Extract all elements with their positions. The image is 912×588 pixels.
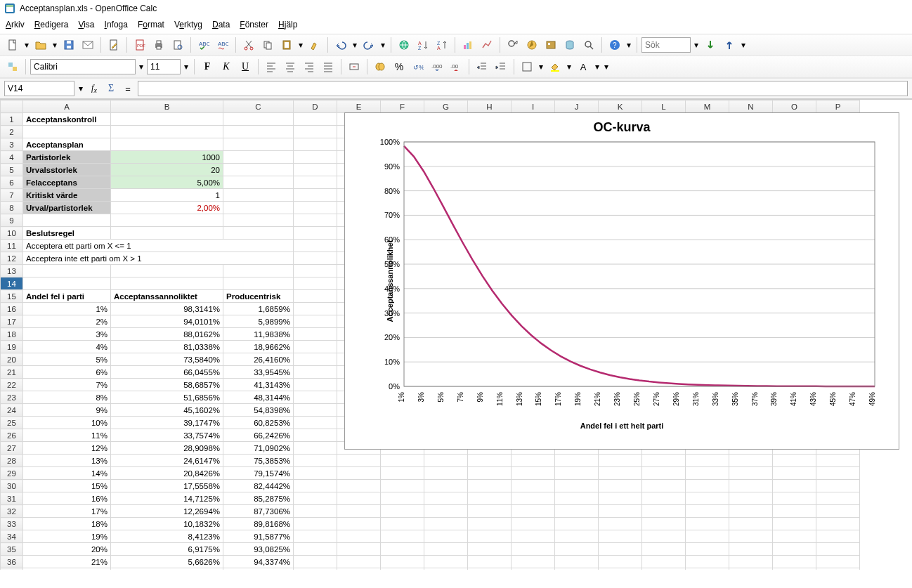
cell-A24[interactable]: 9%: [23, 404, 111, 417]
font-name-input[interactable]: [30, 59, 136, 74]
decrease-indent-icon[interactable]: [474, 58, 490, 75]
row-header-13[interactable]: 13: [1, 265, 23, 277]
cell-O29[interactable]: [773, 467, 816, 480]
col-header-N[interactable]: N: [729, 100, 773, 113]
cell-G32[interactable]: [424, 505, 468, 518]
print-preview-icon[interactable]: [169, 37, 186, 53]
cell-L36[interactable]: [642, 556, 686, 568]
cell-C16[interactable]: 1,6859%: [223, 303, 294, 315]
cell-C13[interactable]: [223, 265, 294, 277]
cell-D29[interactable]: [294, 467, 337, 480]
row-header-5[interactable]: 5: [1, 164, 23, 176]
cell-B1[interactable]: [111, 113, 223, 126]
cell-B35[interactable]: 6,9175%: [111, 543, 223, 556]
cell-A2[interactable]: [23, 126, 111, 138]
cell-G37[interactable]: [424, 568, 468, 570]
embedded-chart[interactable]: OC-kurva Acceptanssannolikhet 0%10%20%30…: [344, 112, 899, 450]
row-header-23[interactable]: 23: [1, 391, 23, 404]
row-header-33[interactable]: 33: [1, 518, 23, 530]
dropdown-arrow-icon[interactable]: ▾: [138, 62, 145, 72]
cell-H29[interactable]: [468, 467, 512, 480]
cell-D25[interactable]: [294, 417, 337, 429]
cell-A20[interactable]: 5%: [23, 353, 111, 366]
row-header-24[interactable]: 24: [1, 404, 23, 417]
cell-L30[interactable]: [642, 480, 686, 492]
cell-M36[interactable]: [686, 556, 729, 568]
dropdown-arrow-icon[interactable]: ▾: [693, 40, 700, 50]
cell-B19[interactable]: 81,0338%: [111, 341, 223, 353]
cell-D6[interactable]: [294, 176, 337, 189]
data-sources-icon[interactable]: [561, 37, 578, 53]
sort-desc-icon[interactable]: ZA: [434, 37, 450, 53]
search-up-icon[interactable]: [721, 37, 738, 53]
cell-D12[interactable]: [294, 252, 337, 265]
cell-C8[interactable]: [223, 202, 294, 214]
cell-J34[interactable]: [555, 530, 599, 543]
cell-K32[interactable]: [599, 505, 642, 518]
cell-F32[interactable]: [381, 505, 424, 518]
cell-C35[interactable]: 93,0825%: [223, 543, 294, 556]
bgcolor-icon[interactable]: [547, 58, 564, 75]
cell-I29[interactable]: [512, 467, 555, 480]
row-header-12[interactable]: 12: [1, 252, 23, 265]
row-header-7[interactable]: 7: [1, 189, 23, 202]
cell-A29[interactable]: 14%: [23, 467, 111, 480]
sum-icon[interactable]: Σ: [104, 81, 118, 96]
row-header-16[interactable]: 16: [1, 303, 23, 315]
row-header-22[interactable]: 22: [1, 379, 23, 391]
insert-chart-icon[interactable]: [460, 37, 476, 53]
cell-C2[interactable]: [223, 126, 294, 138]
col-header-I[interactable]: I: [512, 100, 555, 113]
cell-B32[interactable]: 12,2694%: [111, 505, 223, 518]
cell-C10[interactable]: [223, 227, 294, 240]
cell-N32[interactable]: [729, 505, 773, 518]
menu-format[interactable]: Format: [138, 20, 164, 30]
bold-icon[interactable]: F: [199, 58, 216, 75]
cell-A27[interactable]: 12%: [23, 442, 111, 455]
cell-J31[interactable]: [555, 492, 599, 505]
row-header-14[interactable]: 14: [1, 277, 23, 290]
cell-A21[interactable]: 6%: [23, 366, 111, 379]
cell-H37[interactable]: [468, 568, 512, 570]
cell-C20[interactable]: 26,4160%: [223, 353, 294, 366]
select-all-corner[interactable]: [1, 100, 23, 113]
cell-D14[interactable]: [294, 277, 337, 290]
cell-M35[interactable]: [686, 543, 729, 556]
cell-B33[interactable]: 10,1832%: [111, 518, 223, 530]
row-header-36[interactable]: 36: [1, 556, 23, 568]
cell-D37[interactable]: [294, 568, 337, 570]
cell-E37[interactable]: [337, 568, 381, 570]
cell-C19[interactable]: 18,9662%: [223, 341, 294, 353]
cell-G35[interactable]: [424, 543, 468, 556]
col-header-D[interactable]: D: [294, 100, 337, 113]
cell-B15[interactable]: Acceptanssannoliktet: [111, 290, 223, 303]
cut-icon[interactable]: [240, 37, 257, 53]
cell-C31[interactable]: 85,2875%: [223, 492, 294, 505]
cell-L34[interactable]: [642, 530, 686, 543]
toolbar-more-icon[interactable]: ▾: [625, 40, 632, 50]
cell-N36[interactable]: [729, 556, 773, 568]
cell-A22[interactable]: 7%: [23, 379, 111, 391]
cell-J28[interactable]: [555, 455, 599, 467]
dropdown-arrow-icon[interactable]: ▾: [297, 40, 304, 50]
cell-C36[interactable]: 94,3374%: [223, 556, 294, 568]
cell-M33[interactable]: [686, 518, 729, 530]
cell-K29[interactable]: [599, 467, 642, 480]
menu-redigera[interactable]: Redigera: [34, 20, 69, 30]
open-icon[interactable]: [32, 37, 49, 53]
cell-B20[interactable]: 73,5840%: [111, 353, 223, 366]
row-header-18[interactable]: 18: [1, 328, 23, 341]
cell-P32[interactable]: [816, 505, 860, 518]
row-header-21[interactable]: 21: [1, 366, 23, 379]
row-header-26[interactable]: 26: [1, 429, 23, 442]
cell-F28[interactable]: [381, 455, 424, 467]
cell-D5[interactable]: [294, 164, 337, 176]
dropdown-arrow-icon[interactable]: ▾: [379, 40, 386, 50]
cell-A28[interactable]: 13%: [23, 455, 111, 467]
cell-K31[interactable]: [599, 492, 642, 505]
cell-A3[interactable]: Acceptansplan: [23, 138, 111, 151]
cell-B25[interactable]: 39,1747%: [111, 417, 223, 429]
cell-M32[interactable]: [686, 505, 729, 518]
cell-C30[interactable]: 82,4442%: [223, 480, 294, 492]
cell-N35[interactable]: [729, 543, 773, 556]
